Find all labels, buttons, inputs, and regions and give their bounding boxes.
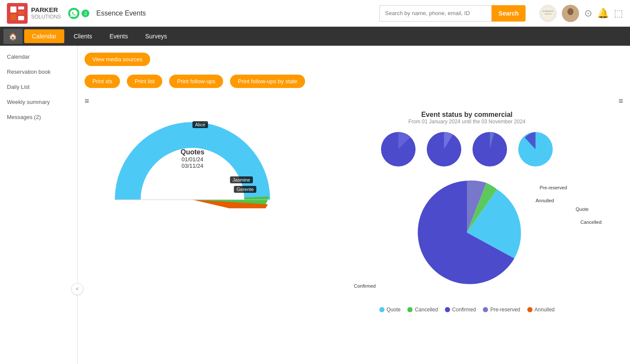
sidebar-item-calendar[interactable]: Calendar xyxy=(0,49,77,64)
content-area: View media sources Print xls Print list … xyxy=(78,46,630,364)
small-pie-1 xyxy=(379,130,418,169)
nav-events[interactable]: Events xyxy=(102,29,136,43)
svg-rect-3 xyxy=(10,14,16,20)
logo-icon xyxy=(7,3,28,24)
legend-row: Quote Cancelled Confirmed Pre-reserved xyxy=(311,307,623,313)
annotation-cancelled: Cancelled xyxy=(580,220,602,225)
view-media-sources-button[interactable]: View media sources xyxy=(85,53,150,66)
right-chart: ≡ Event status by commercial From 01 Jan… xyxy=(311,97,623,313)
topbar: PARKER SOLUTIONS 2 Essence Events Search… xyxy=(0,0,630,27)
svg-text:ESSENCE: ESSENCE xyxy=(543,10,554,13)
legend-label-confirmed: Confirmed xyxy=(452,307,476,313)
circle-icon[interactable]: ⊙ xyxy=(584,8,592,19)
legend-dot-annulled xyxy=(527,307,532,312)
sidebar-item-messages[interactable]: Messages (2) xyxy=(0,110,77,125)
small-pie-2 xyxy=(425,130,463,169)
annotation-annulled: Annulled xyxy=(536,198,554,203)
svg-rect-4 xyxy=(18,16,24,20)
annotation-confirmed: Confirmed xyxy=(354,283,376,289)
legend-confirmed: Confirmed xyxy=(445,307,476,313)
search-input[interactable] xyxy=(379,5,491,22)
big-pie-area: Pre-reserved Annulled Quote Cancelled Co… xyxy=(311,172,623,301)
svg-rect-0 xyxy=(10,6,16,13)
sidebar-item-daily-list[interactable]: Daily List xyxy=(0,79,77,94)
print-xls-button[interactable]: Print xls xyxy=(85,75,120,88)
bell-icon[interactable]: 🔔 xyxy=(597,8,609,19)
small-pies-row xyxy=(311,130,623,169)
svg-rect-2 xyxy=(18,11,24,14)
toolbar-row: View media sources xyxy=(85,53,623,66)
print-list-button[interactable]: Print list xyxy=(127,75,162,88)
essence-logo[interactable]: ESSENCE EVENTS xyxy=(539,5,557,22)
big-pie-chart xyxy=(411,176,523,289)
small-pie-4 xyxy=(516,130,555,169)
logo-text: PARKER SOLUTIONS xyxy=(31,6,61,20)
small-pie-3 xyxy=(470,130,509,169)
svg-rect-1 xyxy=(18,6,24,9)
right-chart-subtitle: From 01 January 2024 until the 03 Novemb… xyxy=(311,119,623,125)
svg-text:EVENTS: EVENTS xyxy=(545,13,551,15)
svg-point-10 xyxy=(567,8,573,15)
brand-name: PARKER xyxy=(31,6,61,14)
sidebar-collapse-button[interactable]: < xyxy=(71,283,83,295)
nav-surveys[interactable]: Surveys xyxy=(137,29,175,43)
sidebar-item-weekly-summary[interactable]: Weekly summary xyxy=(0,94,77,110)
legend-quote: Quote xyxy=(379,307,401,313)
search-area: Search xyxy=(379,5,526,22)
legend-pre-reserved: Pre-reserved xyxy=(483,307,520,313)
left-chart: ≡ xyxy=(85,97,300,313)
annotation-quote: Quote xyxy=(576,207,589,212)
legend-dot-confirmed xyxy=(445,307,450,312)
logout-icon[interactable]: ⬚ xyxy=(614,8,623,19)
legend-dot-quote xyxy=(379,307,384,312)
charts-section: ≡ xyxy=(85,97,623,313)
legend-dot-cancelled xyxy=(407,307,413,312)
search-button[interactable]: Search xyxy=(491,5,526,22)
semicircle-chart: Alice Jasmine Gerente Quotes 01/01/24 03… xyxy=(106,109,279,213)
avatar[interactable] xyxy=(562,5,579,22)
logo-area: PARKER SOLUTIONS xyxy=(7,3,61,24)
legend-cancelled: Cancelled xyxy=(407,307,438,313)
print-toolbar-row: Print xls Print list Print follow-ups Pr… xyxy=(85,75,623,88)
topbar-icons: ESSENCE EVENTS ⊙ 🔔 ⬚ xyxy=(539,5,623,22)
right-chart-menu-icon[interactable]: ≡ xyxy=(618,97,623,106)
legend-label-quote: Quote xyxy=(387,307,401,313)
main-layout: Calendar Reservation book Daily List Wee… xyxy=(0,46,630,364)
annotation-pre-reserved: Pre-reserved xyxy=(539,185,567,190)
right-chart-header: ≡ xyxy=(311,97,623,109)
legend-label-annulled: Annulled xyxy=(535,307,555,313)
legend-dot-pre-reserved xyxy=(483,307,488,312)
legend-annulled: Annulled xyxy=(527,307,555,313)
navbar: 🏠 Calendar Clients Events Surveys xyxy=(0,27,630,46)
sidebar-item-reservation-book[interactable]: Reservation book xyxy=(0,64,77,79)
brand-sub: SOLUTIONS xyxy=(31,14,61,20)
legend-label-pre-reserved: Pre-reserved xyxy=(490,307,520,313)
left-chart-menu-icon[interactable]: ≡ xyxy=(85,97,300,106)
legend-label-cancelled: Cancelled xyxy=(415,307,438,313)
print-followups-button[interactable]: Print follow-ups xyxy=(169,75,223,88)
nav-clients[interactable]: Clients xyxy=(66,29,100,43)
sidebar: Calendar Reservation book Daily List Wee… xyxy=(0,46,78,364)
nav-calendar[interactable]: Calendar xyxy=(24,29,64,43)
whatsapp-badge[interactable]: 2 xyxy=(68,7,89,19)
right-chart-title: Event status by commercial xyxy=(311,111,623,119)
whatsapp-count: 2 xyxy=(82,9,89,17)
nav-home-button[interactable]: 🏠 xyxy=(3,29,22,44)
app-brand-name: Essence Events xyxy=(96,9,146,17)
print-followups-state-button[interactable]: Print follow-ups by state xyxy=(230,75,305,88)
